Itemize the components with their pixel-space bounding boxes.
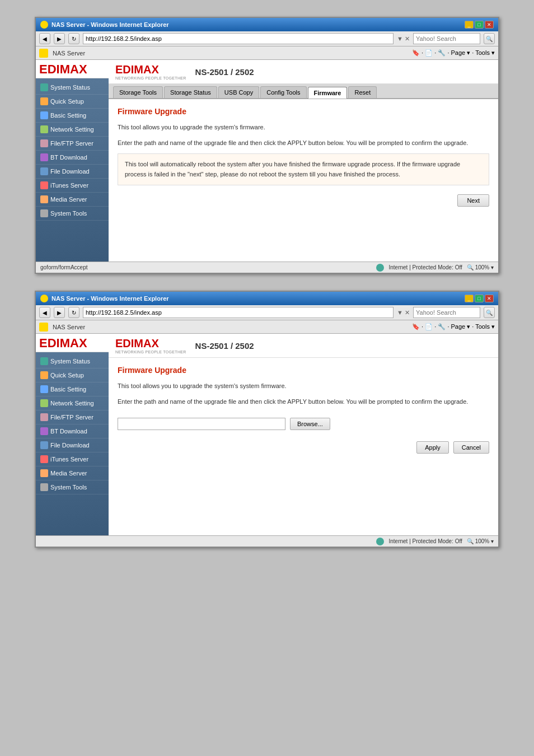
- maximize-button-1[interactable]: □: [475, 21, 484, 29]
- tab-usb-copy-1[interactable]: USB Copy: [218, 86, 259, 98]
- sidebar-item-label: System Tools: [50, 484, 87, 491]
- favorites-bar-1: NAS Server 🔖 · 📄 · 🔧 · Page ▾ · Tools ▾: [36, 46, 498, 60]
- minimize-button-1[interactable]: _: [465, 21, 474, 29]
- description-1-2: This tool allows you to upgrade the syst…: [118, 381, 489, 391]
- sidebar-item-network-setting-1[interactable]: Network Setting: [36, 123, 109, 137]
- brand-logo-1: EDIMAX: [39, 63, 87, 76]
- sidebar-item-system-tools-1[interactable]: System Tools: [36, 207, 109, 221]
- brand-section-2: EDIMAX: [36, 334, 109, 352]
- refresh-button-2[interactable]: ↻: [68, 307, 79, 318]
- description-2-2: Enter the path and name of the upgrade f…: [118, 397, 489, 407]
- sidebar-item-basic-setting-1[interactable]: Basic Setting: [36, 109, 109, 123]
- address-input-2[interactable]: [83, 307, 394, 318]
- zoom-level-2: 🔍 100% ▾: [467, 538, 494, 544]
- sidebar-item-basic-setting-2[interactable]: Basic Setting: [36, 382, 109, 396]
- close-button-2[interactable]: ✕: [485, 295, 494, 302]
- sidebar-item-media-2[interactable]: Media Server: [36, 466, 109, 480]
- sidebar-item-bt-download-1[interactable]: BT Download: [36, 151, 109, 165]
- sidebar-item-file-ftp-1[interactable]: File/FTP Server: [36, 137, 109, 151]
- toolbar-right-1: 🔖 · 📄 · 🔧 · Page ▾ · Tools ▾: [412, 49, 495, 57]
- sidebar-item-quick-setup-1[interactable]: Quick Setup: [36, 95, 109, 109]
- product-title-1: NS-2501 / 2502: [195, 67, 254, 77]
- search-go-2[interactable]: 🔍: [484, 307, 495, 318]
- window-controls-1: _ □ ✕: [465, 21, 494, 29]
- search-go-1[interactable]: 🔍: [484, 33, 495, 44]
- sidebar-item-label: Basic Setting: [50, 112, 86, 119]
- apply-cancel-row-2: Apply Cancel: [118, 441, 489, 454]
- sidebar-item-system-status-1[interactable]: System Status: [36, 81, 109, 95]
- network-setting-icon-1: [40, 125, 48, 133]
- next-btn-row-1: Next: [118, 194, 489, 207]
- main-content-1: EDIMAX System Status Quick Setup Basic S…: [36, 60, 498, 262]
- sidebar-item-system-status-2[interactable]: System Status: [36, 354, 109, 368]
- system-tools-icon-2: [40, 483, 48, 491]
- toolbar-icons-2: 🔖 · 📄 · 🔧 · Page ▾ · Tools ▾: [412, 323, 495, 330]
- favorites-icon-2: [39, 323, 48, 332]
- tab-firmware-1[interactable]: Firmware: [308, 87, 348, 99]
- content-tagline-1: NETWORKING PEOPLE TOGETHER: [115, 76, 186, 80]
- address-input-1[interactable]: [83, 33, 394, 44]
- sidebar-item-file-download-1[interactable]: File Download: [36, 165, 109, 179]
- cancel-button[interactable]: Cancel: [453, 441, 489, 454]
- tab-storage-status-1[interactable]: Storage Status: [164, 86, 217, 98]
- sidebar-item-file-ftp-2[interactable]: File/FTP Server: [36, 410, 109, 424]
- main-content-2: EDIMAX System Status Quick Setup Basic S…: [36, 334, 498, 535]
- zoom-level-1: 🔍 100% ▾: [467, 264, 494, 270]
- protected-mode-1: Internet | Protected Mode: Off: [388, 264, 462, 270]
- quick-setup-icon-2: [40, 371, 48, 379]
- sidebar-item-label: Quick Setup: [50, 98, 84, 105]
- network-setting-icon-2: [40, 399, 48, 407]
- search-label-2: ▼ ✕: [397, 309, 410, 316]
- description-2-1: Enter the path and name of the upgrade f…: [118, 138, 489, 148]
- status-globe-icon-1: [376, 264, 384, 272]
- back-button-2[interactable]: ◀: [39, 307, 50, 318]
- forward-button-2[interactable]: ▶: [54, 307, 65, 318]
- tab-reset-1[interactable]: Reset: [348, 86, 377, 98]
- description-1-1: This tool allows you to upgrade the syst…: [118, 123, 489, 133]
- sidebar-item-system-tools-2[interactable]: System Tools: [36, 480, 109, 494]
- refresh-button-1[interactable]: ↻: [68, 33, 79, 44]
- close-button-1[interactable]: ✕: [485, 21, 494, 29]
- sidebar-menu-1: System Status Quick Setup Basic Setting …: [36, 78, 109, 223]
- sidebar-item-label: System Status: [50, 358, 90, 365]
- system-status-icon-1: [40, 83, 48, 91]
- next-button-1[interactable]: Next: [457, 194, 489, 207]
- sidebar-item-label: iTunes Server: [50, 456, 88, 463]
- favorites-label-1[interactable]: NAS Server: [53, 50, 85, 57]
- apply-button[interactable]: Apply: [416, 441, 449, 454]
- product-title-2: NS-2501 / 2502: [195, 341, 254, 351]
- sidebar-item-file-download-2[interactable]: File Download: [36, 438, 109, 452]
- sidebar-item-itunes-1[interactable]: iTunes Server: [36, 179, 109, 193]
- sidebar-item-quick-setup-2[interactable]: Quick Setup: [36, 368, 109, 382]
- window-title-2: NAS Server - Windows Internet Explorer: [51, 295, 169, 302]
- forward-button-1[interactable]: ▶: [54, 33, 65, 44]
- protected-mode-2: Internet | Protected Mode: Off: [388, 538, 462, 544]
- search-input-2[interactable]: [413, 307, 480, 318]
- browse-button[interactable]: Browse...: [290, 418, 330, 430]
- tab-storage-tools-1[interactable]: Storage Tools: [113, 86, 163, 98]
- sidebar-item-media-1[interactable]: Media Server: [36, 193, 109, 207]
- search-input-1[interactable]: [413, 33, 480, 44]
- sidebar-item-network-setting-2[interactable]: Network Setting: [36, 396, 109, 410]
- sidebar-item-itunes-2[interactable]: iTunes Server: [36, 452, 109, 466]
- status-right-2: Internet | Protected Mode: Off 🔍 100% ▾: [376, 538, 494, 545]
- sidebar-item-label: Network Setting: [50, 126, 94, 133]
- minimize-button-2[interactable]: _: [465, 295, 474, 302]
- sidebar-item-bt-download-2[interactable]: BT Download: [36, 424, 109, 438]
- file-download-icon-1: [40, 167, 48, 175]
- content-brand-header-2: EDIMAX NETWORKING PEOPLE TOGETHER NS-250…: [109, 334, 498, 358]
- file-ftp-icon-2: [40, 413, 48, 421]
- favorites-bar-2: NAS Server 🔖 · 📄 · 🔧 · Page ▾ · Tools ▾: [36, 320, 498, 334]
- browse-path-input[interactable]: [118, 418, 285, 430]
- maximize-button-2[interactable]: □: [475, 295, 484, 302]
- brand-logo-2: EDIMAX: [39, 337, 87, 349]
- content-body-2: Firmware Upgrade This tool allows you to…: [109, 358, 498, 503]
- back-button-1[interactable]: ◀: [39, 33, 50, 44]
- sidebar-2: EDIMAX System Status Quick Setup Basic S…: [36, 334, 109, 535]
- basic-setting-icon-2: [40, 385, 48, 393]
- file-ftp-icon-1: [40, 139, 48, 147]
- tab-config-tools-1[interactable]: Config Tools: [260, 86, 306, 98]
- favorites-label-2[interactable]: NAS Server: [53, 324, 85, 330]
- favorites-icon-1: [39, 49, 48, 58]
- status-bar-1: goform/formAccept Internet | Protected M…: [36, 262, 498, 273]
